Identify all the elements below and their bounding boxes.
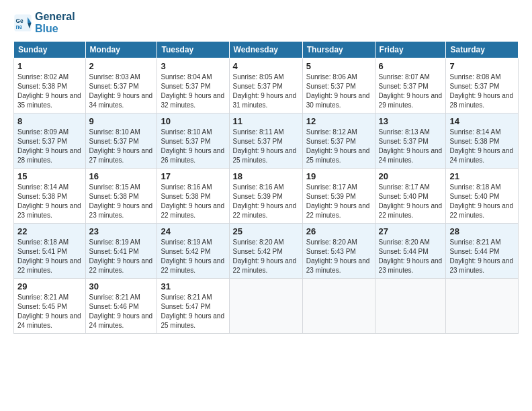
day-number: 15 [17, 171, 82, 181]
logo-line2: Blue [35, 23, 75, 35]
daylight-label: Daylight: 9 hours and 22 minutes. [89, 257, 153, 274]
daylight-label: Daylight: 9 hours and 22 minutes. [161, 257, 224, 274]
sunrise-label: Sunrise: 8:19 AM [89, 238, 140, 246]
weekday-header-saturday: Saturday [446, 42, 519, 58]
sunrise-label: Sunrise: 8:14 AM [449, 128, 500, 136]
sunset-label: Sunset: 5:37 PM [89, 83, 139, 90]
daylight-label: Daylight: 9 hours and 23 minutes. [17, 202, 81, 219]
sunrise-label: Sunrise: 8:06 AM [306, 73, 357, 81]
day-info: Sunrise: 8:04 AM Sunset: 5:37 PM Dayligh… [161, 73, 225, 110]
calendar-day-18: 18 Sunrise: 8:16 AM Sunset: 5:39 PM Dayl… [229, 169, 302, 224]
day-info: Sunrise: 8:09 AM Sunset: 5:37 PM Dayligh… [17, 128, 82, 165]
sunset-label: Sunset: 5:42 PM [233, 248, 283, 255]
day-info: Sunrise: 8:10 AM Sunset: 5:37 PM Dayligh… [161, 128, 225, 165]
sunrise-label: Sunrise: 8:11 AM [233, 128, 284, 136]
daylight-label: Daylight: 9 hours and 29 minutes. [379, 92, 443, 109]
day-info: Sunrise: 8:07 AM Sunset: 5:37 PM Dayligh… [379, 73, 443, 110]
daylight-label: Daylight: 9 hours and 22 minutes. [306, 202, 370, 219]
daylight-label: Daylight: 9 hours and 28 minutes. [449, 92, 513, 109]
day-number: 5 [306, 61, 371, 71]
calendar-week-row: 22 Sunrise: 8:18 AM Sunset: 5:41 PM Dayl… [14, 224, 519, 279]
day-info: Sunrise: 8:16 AM Sunset: 5:39 PM Dayligh… [233, 183, 299, 220]
calendar-day-16: 16 Sunrise: 8:15 AM Sunset: 5:38 PM Dayl… [85, 169, 157, 224]
day-number: 11 [233, 116, 299, 126]
day-info: Sunrise: 8:20 AM Sunset: 5:44 PM Dayligh… [379, 238, 443, 275]
day-number: 19 [306, 171, 371, 181]
sunset-label: Sunset: 5:37 PM [89, 138, 139, 145]
day-number: 3 [161, 61, 225, 71]
day-info: Sunrise: 8:08 AM Sunset: 5:37 PM Dayligh… [449, 73, 515, 110]
logo-line1: General [35, 11, 75, 23]
calendar-table: SundayMondayTuesdayWednesdayThursdayFrid… [13, 41, 519, 334]
daylight-label: Daylight: 9 hours and 22 minutes. [17, 257, 81, 274]
calendar-day-24: 24 Sunrise: 8:19 AM Sunset: 5:42 PM Dayl… [157, 224, 229, 279]
calendar-week-row: 15 Sunrise: 8:14 AM Sunset: 5:38 PM Dayl… [14, 169, 519, 224]
calendar-day-11: 11 Sunrise: 8:11 AM Sunset: 5:37 PM Dayl… [229, 113, 302, 169]
sunset-label: Sunset: 5:46 PM [89, 303, 139, 310]
day-number: 17 [161, 171, 225, 181]
logo-icon: Ge ne [13, 13, 32, 32]
daylight-label: Daylight: 9 hours and 26 minutes. [161, 147, 224, 164]
day-number: 18 [233, 171, 299, 181]
day-info: Sunrise: 8:21 AM Sunset: 5:45 PM Dayligh… [17, 293, 82, 330]
sunrise-label: Sunrise: 8:21 AM [161, 293, 212, 301]
calendar-day-20: 20 Sunrise: 8:17 AM Sunset: 5:40 PM Dayl… [375, 169, 446, 224]
sunrise-label: Sunrise: 8:08 AM [449, 73, 500, 81]
sunset-label: Sunset: 5:37 PM [17, 138, 67, 145]
day-number: 26 [306, 226, 371, 236]
calendar-day-22: 22 Sunrise: 8:18 AM Sunset: 5:41 PM Dayl… [14, 224, 86, 279]
daylight-label: Daylight: 9 hours and 25 minutes. [233, 147, 297, 164]
day-number: 16 [89, 171, 154, 181]
sunrise-label: Sunrise: 8:10 AM [89, 128, 140, 136]
sunset-label: Sunset: 5:38 PM [449, 138, 499, 145]
daylight-label: Daylight: 9 hours and 23 minutes. [379, 257, 443, 274]
sunrise-label: Sunrise: 8:20 AM [379, 238, 430, 246]
sunrise-label: Sunrise: 8:20 AM [233, 238, 284, 246]
day-info: Sunrise: 8:19 AM Sunset: 5:41 PM Dayligh… [89, 238, 154, 275]
day-number: 20 [379, 171, 443, 181]
day-number: 13 [379, 116, 443, 126]
day-info: Sunrise: 8:20 AM Sunset: 5:43 PM Dayligh… [306, 238, 371, 275]
calendar-day-10: 10 Sunrise: 8:10 AM Sunset: 5:37 PM Dayl… [157, 113, 229, 169]
day-number: 6 [379, 61, 443, 71]
logo-text-block: General Blue [35, 11, 75, 34]
calendar-day-7: 7 Sunrise: 8:08 AM Sunset: 5:37 PM Dayli… [446, 58, 519, 113]
sunrise-label: Sunrise: 8:07 AM [379, 73, 430, 81]
daylight-label: Daylight: 9 hours and 31 minutes. [233, 92, 297, 109]
sunset-label: Sunset: 5:42 PM [161, 248, 210, 255]
day-info: Sunrise: 8:15 AM Sunset: 5:38 PM Dayligh… [89, 183, 154, 220]
day-number: 9 [89, 116, 154, 126]
day-info: Sunrise: 8:14 AM Sunset: 5:38 PM Dayligh… [17, 183, 82, 220]
day-number: 12 [306, 116, 371, 126]
day-info: Sunrise: 8:21 AM Sunset: 5:44 PM Dayligh… [449, 238, 515, 275]
day-info: Sunrise: 8:03 AM Sunset: 5:37 PM Dayligh… [89, 73, 154, 110]
empty-day-cell [302, 279, 375, 334]
sunrise-label: Sunrise: 8:16 AM [233, 183, 284, 191]
calendar-day-23: 23 Sunrise: 8:19 AM Sunset: 5:41 PM Dayl… [85, 224, 157, 279]
day-number: 28 [449, 226, 515, 236]
day-number: 1 [17, 61, 82, 71]
calendar-day-9: 9 Sunrise: 8:10 AM Sunset: 5:37 PM Dayli… [85, 113, 157, 169]
sunrise-label: Sunrise: 8:19 AM [161, 238, 212, 246]
sunset-label: Sunset: 5:40 PM [449, 193, 499, 200]
daylight-label: Daylight: 9 hours and 23 minutes. [89, 202, 153, 219]
daylight-label: Daylight: 9 hours and 24 minutes. [89, 312, 153, 329]
day-info: Sunrise: 8:21 AM Sunset: 5:47 PM Dayligh… [161, 293, 225, 330]
sunrise-label: Sunrise: 8:09 AM [17, 128, 69, 136]
calendar-day-12: 12 Sunrise: 8:12 AM Sunset: 5:37 PM Dayl… [302, 113, 375, 169]
sunset-label: Sunset: 5:44 PM [379, 248, 429, 255]
day-info: Sunrise: 8:16 AM Sunset: 5:38 PM Dayligh… [161, 183, 225, 220]
calendar-day-27: 27 Sunrise: 8:20 AM Sunset: 5:44 PM Dayl… [375, 224, 446, 279]
calendar-day-2: 2 Sunrise: 8:03 AM Sunset: 5:37 PM Dayli… [85, 58, 157, 113]
day-info: Sunrise: 8:18 AM Sunset: 5:40 PM Dayligh… [449, 183, 515, 220]
daylight-label: Daylight: 9 hours and 25 minutes. [306, 147, 370, 164]
empty-day-cell [446, 279, 519, 334]
sunrise-label: Sunrise: 8:03 AM [89, 73, 140, 81]
day-info: Sunrise: 8:10 AM Sunset: 5:37 PM Dayligh… [89, 128, 154, 165]
calendar-day-28: 28 Sunrise: 8:21 AM Sunset: 5:44 PM Dayl… [446, 224, 519, 279]
sunrise-label: Sunrise: 8:21 AM [17, 293, 69, 301]
sunset-label: Sunset: 5:41 PM [89, 248, 139, 255]
daylight-label: Daylight: 9 hours and 34 minutes. [89, 92, 153, 109]
sunrise-label: Sunrise: 8:05 AM [233, 73, 284, 81]
sunset-label: Sunset: 5:38 PM [89, 193, 139, 200]
